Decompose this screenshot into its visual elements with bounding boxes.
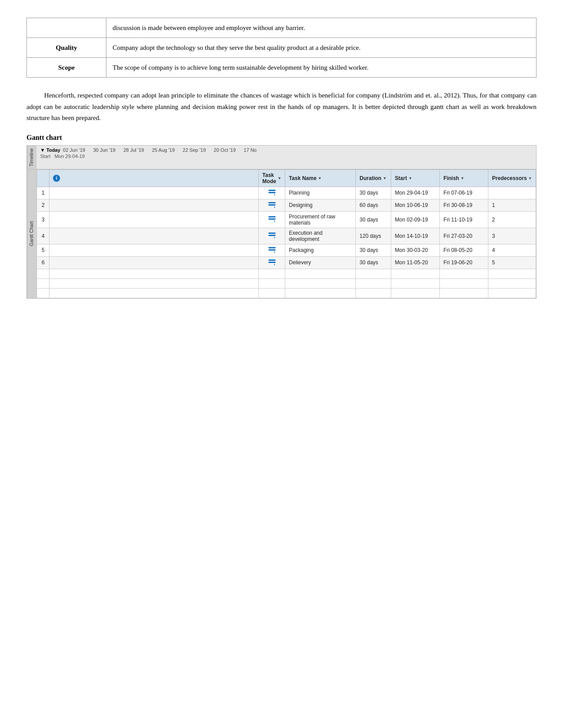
start-cell: Mon 30-03-20: [391, 244, 440, 256]
pred-cell: 4: [488, 244, 536, 256]
empty-start: [391, 269, 440, 278]
start-cell: Mon 29-04-19: [391, 187, 440, 199]
task-name-cell: Delievery: [285, 256, 356, 269]
timeline-row: Timeline ▼ Today 02 Jun '19 30 Jun '19 2…: [27, 146, 536, 169]
label-cell-quality: Quality: [27, 38, 106, 58]
empty-num: [37, 278, 49, 288]
content-cell-3: The scope of company is to achieve long …: [106, 58, 537, 78]
pred-cell: 5: [488, 256, 536, 269]
start-cell: Mon 10-06-19: [391, 199, 440, 211]
timeline-label: Timeline: [27, 146, 37, 169]
start-cell: Mon 14-10-19: [391, 228, 440, 244]
task-mode-cell: [259, 256, 285, 269]
svg-rect-1: [268, 192, 276, 193]
row-info: [49, 244, 259, 256]
th-task-name: Task Name ▼: [285, 169, 356, 187]
task-name-cell: Procurement of raw materials: [285, 211, 356, 228]
table-row: Scope The scope of company is to achieve…: [27, 58, 537, 78]
task-mode-cell: [259, 211, 285, 228]
duration-cell: 30 days: [356, 187, 391, 199]
start-cell: Mon 11-05-20: [391, 256, 440, 269]
task-name-sort-icon[interactable]: ▼: [318, 176, 322, 180]
body-paragraph: Henceforth, respected company can adopt …: [26, 90, 537, 124]
th-finish: Finish ▼: [440, 169, 488, 187]
table-row: [37, 269, 536, 278]
duration-cell: 120 days: [356, 228, 391, 244]
task-mode-cell: [259, 228, 285, 244]
task-name-cell: Designing: [285, 199, 356, 211]
pred-cell: 2: [488, 211, 536, 228]
table-row: 6 Delievery 30 days Mon 11-05-20 Fri 19-…: [37, 256, 536, 269]
empty-taskname: [285, 288, 356, 298]
svg-rect-2: [268, 202, 276, 203]
svg-rect-5: [268, 218, 276, 220]
svg-rect-4: [268, 216, 276, 218]
duration-sort-icon[interactable]: ▼: [383, 176, 387, 180]
pred-cell: 3: [488, 228, 536, 244]
table-row: 5 Packaging 30 days Mon 30-03-20 Fri 08-…: [37, 244, 536, 256]
task-mode-sort-icon[interactable]: ▼: [277, 176, 281, 180]
th-predecessors: Predecessors ▼: [488, 169, 536, 187]
task-name-cell: Execution and development: [285, 228, 356, 244]
svg-rect-7: [268, 235, 276, 236]
row-num: 2: [37, 199, 49, 211]
row-num: 4: [37, 228, 49, 244]
empty-pred: [488, 278, 536, 288]
timeline-date-4: 25 Aug '19: [152, 147, 175, 153]
pred-cell: [488, 187, 536, 199]
th-duration-label: Duration: [359, 175, 381, 181]
gantt-main: Gantt Chart i Task Mode ▼: [27, 169, 536, 298]
timeline-start: Start Mon 29-04-19: [40, 154, 533, 159]
start-sort-icon[interactable]: ▼: [408, 176, 412, 180]
duration-cell: 30 days: [356, 256, 391, 269]
duration-cell: 30 days: [356, 244, 391, 256]
pred-cell: 1: [488, 199, 536, 211]
pred-sort-icon[interactable]: ▼: [528, 176, 532, 180]
empty-info: [49, 269, 259, 278]
finish-cell: Fri 30-08-19: [440, 199, 488, 211]
row-num: 5: [37, 244, 49, 256]
row-info: [49, 228, 259, 244]
task-mode-icon: [268, 203, 276, 210]
empty-finish: [440, 278, 488, 288]
today-label: ▼ Today: [40, 147, 60, 153]
row-num: 6: [37, 256, 49, 269]
th-duration: Duration ▼: [356, 169, 391, 187]
finish-cell: Fri 07-06-19: [440, 187, 488, 199]
start-label: Start: [40, 154, 50, 159]
gantt-container: Timeline ▼ Today 02 Jun '19 30 Jun '19 2…: [26, 145, 537, 299]
label-cell-empty: [27, 18, 106, 38]
timeline-date-3: 28 Jul '19: [123, 147, 144, 153]
row-info: [49, 187, 259, 199]
table-row: 4 Execution and development 120 days Mon…: [37, 228, 536, 244]
table-row: [37, 288, 536, 298]
empty-duration: [356, 288, 391, 298]
empty-info: [49, 278, 259, 288]
svg-rect-9: [268, 249, 276, 251]
empty-pred: [488, 269, 536, 278]
gantt-chart-label: Gantt Chart: [27, 169, 37, 298]
gantt-table: i Task Mode ▼ Task Name ▼: [37, 169, 536, 298]
empty-finish: [440, 269, 488, 278]
empty-finish: [440, 288, 488, 298]
task-mode-icon: [268, 217, 276, 224]
row-info: [49, 256, 259, 269]
content-cell-1: discussion is made between employee and …: [106, 18, 537, 38]
gantt-section-title: Gantt chart: [26, 134, 537, 142]
task-mode-cell: [259, 199, 285, 211]
timeline-date-5: 22 Sep '19: [183, 147, 206, 153]
table-row: Quality Company adopt the technology so …: [27, 38, 537, 58]
task-mode-icon: [268, 260, 276, 267]
timeline-dates: ▼ Today 02 Jun '19 30 Jun '19 28 Jul '19…: [40, 147, 533, 153]
timeline-date-1: 02 Jun '19: [63, 147, 85, 153]
task-mode-icon: [268, 190, 276, 197]
th-finish-label: Finish: [443, 175, 459, 181]
finish-sort-icon[interactable]: ▼: [461, 176, 465, 180]
gantt-header-row: i Task Mode ▼ Task Name ▼: [37, 169, 536, 187]
svg-rect-6: [268, 233, 276, 234]
content-cell-2: Company adopt the technology so that the…: [106, 38, 537, 58]
th-task-mode-label: Task Mode: [262, 172, 276, 184]
info-icon: i: [53, 175, 60, 182]
empty-taskname: [285, 278, 356, 288]
finish-cell: Fri 11-10-19: [440, 211, 488, 228]
